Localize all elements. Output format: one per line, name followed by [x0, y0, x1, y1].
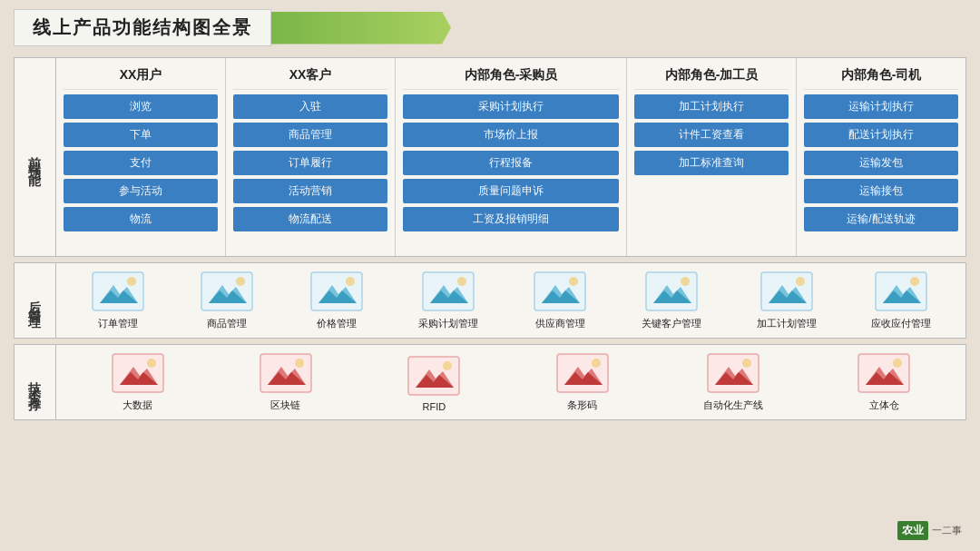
backend-item-product: 商品管理 [200, 271, 254, 330]
backend-section: 订单管理 商品管理 [55, 262, 966, 339]
mountain-icon-automation [706, 352, 760, 396]
svg-rect-24 [761, 272, 812, 310]
mountain-icon-rfid [407, 355, 461, 398]
role-internal-worker: 内部角色-加工员 加工计划执行 计件工资查看 加工标准查询 [627, 58, 797, 256]
feature-trip-prepare[interactable]: 行程报备 [403, 151, 619, 175]
svg-point-39 [295, 359, 304, 368]
svg-rect-12 [423, 272, 474, 310]
mountain-icon-price [309, 271, 364, 314]
backend-item-order: 订单管理 [91, 271, 145, 330]
backend-label-order: 订单管理 [98, 317, 138, 330]
feature-product-mgmt[interactable]: 商品管理 [233, 123, 387, 147]
svg-rect-40 [408, 357, 459, 395]
feature-browse[interactable]: 浏览 [64, 94, 218, 119]
feature-price-report[interactable]: 市场价上报 [403, 123, 619, 147]
svg-point-51 [742, 359, 751, 368]
feature-settle[interactable]: 入驻 [233, 94, 387, 119]
tech-label-bigdata: 大数据 [122, 398, 152, 412]
tech-label-rfid: RFID [422, 401, 446, 412]
backend-item-process-plan: 加工计划管理 [757, 271, 817, 330]
role-xx-customer-title: XX客户 [233, 64, 387, 90]
tech-label-blockchain: 区块链 [270, 398, 300, 412]
backend-icons-row: 订单管理 商品管理 [65, 271, 956, 330]
feature-transport-out[interactable]: 运输发包 [804, 151, 958, 175]
tech-label-automation: 自动化生产线 [703, 398, 763, 412]
svg-rect-4 [201, 272, 252, 310]
feature-delivery-exec[interactable]: 配送计划执行 [804, 123, 958, 147]
watermark-icon: 农业 [897, 521, 928, 540]
frontend-label: 前端功能 [14, 57, 55, 257]
feature-track[interactable]: 运输/配送轨迹 [804, 207, 958, 231]
feature-order[interactable]: 下单 [64, 123, 218, 147]
backend-label-key-customer: 关键客户管理 [642, 317, 701, 330]
svg-point-43 [443, 361, 452, 370]
svg-point-31 [910, 277, 919, 286]
tech-item-barcode: 条形码 [555, 352, 610, 412]
tech-item-automation: 自动化生产线 [703, 352, 763, 412]
backend-item-supplier: 供应商管理 [533, 271, 587, 330]
svg-rect-8 [311, 272, 362, 310]
watermark-text: 一二事 [932, 524, 962, 537]
svg-rect-36 [260, 354, 311, 392]
watermark: 农业 一二事 [897, 521, 962, 540]
role-internal-driver-title: 内部角色-司机 [804, 64, 958, 90]
backend-label-purchase: 采购计划管理 [418, 317, 478, 330]
backend-item-price: 价格管理 [309, 271, 364, 330]
svg-point-7 [236, 277, 245, 286]
svg-rect-48 [708, 354, 759, 392]
feature-marketing[interactable]: 活动营销 [233, 179, 387, 203]
mountain-icon-process-plan [760, 271, 814, 314]
svg-rect-0 [93, 272, 143, 310]
backend-item-receivable: 应收应付管理 [871, 271, 931, 330]
mountain-icon-bigdata [111, 352, 165, 396]
feature-delivery[interactable]: 物流配送 [233, 207, 387, 231]
svg-rect-32 [113, 354, 163, 392]
svg-point-23 [681, 277, 690, 286]
mountain-icon-barcode [555, 352, 610, 396]
tech-section: 大数据 区块链 [55, 344, 966, 420]
svg-point-11 [346, 277, 355, 286]
svg-point-55 [893, 359, 902, 368]
feature-salary-detail[interactable]: 工资及报销明细 [403, 207, 619, 231]
feature-logistics[interactable]: 物流 [64, 207, 218, 231]
feature-standard-query[interactable]: 加工标准查询 [634, 151, 789, 175]
backend-item-purchase: 采购计划管理 [418, 271, 478, 330]
title-bar: 线上产品功能结构图全景 [14, 9, 966, 46]
role-internal-buyer-title: 内部角色-采购员 [403, 64, 619, 90]
svg-rect-44 [557, 354, 608, 392]
svg-point-15 [457, 277, 466, 286]
svg-rect-16 [534, 272, 585, 310]
backend-label-product: 商品管理 [207, 317, 247, 330]
tech-label: 技术支撑 [14, 344, 55, 420]
mountain-icon-receivable [874, 271, 928, 314]
feature-transport-in[interactable]: 运输接包 [804, 179, 958, 203]
mountain-icon-order [91, 271, 145, 314]
svg-point-3 [127, 277, 136, 286]
backend-label-supplier: 供应商管理 [535, 317, 585, 330]
feature-transport-exec[interactable]: 运输计划执行 [804, 94, 958, 119]
svg-point-27 [796, 277, 805, 286]
tech-icons-row: 大数据 区块链 [65, 352, 956, 412]
backend-label-receivable: 应收应付管理 [871, 317, 931, 330]
feature-order-fulfill[interactable]: 订单履行 [233, 151, 387, 175]
feature-pay[interactable]: 支付 [64, 151, 218, 175]
backend-label-price: 价格管理 [317, 317, 357, 330]
svg-rect-28 [876, 272, 926, 310]
svg-point-19 [569, 277, 578, 286]
feature-wage-view[interactable]: 计件工资查看 [634, 123, 789, 147]
role-internal-driver: 内部角色-司机 运输计划执行 配送计划执行 运输发包 运输接包 运输/配送轨迹 [797, 58, 965, 256]
feature-quality-complaint[interactable]: 质量问题申诉 [403, 179, 619, 203]
svg-point-35 [147, 359, 156, 368]
feature-activity[interactable]: 参与活动 [64, 179, 218, 203]
svg-point-47 [592, 359, 601, 368]
feature-process-exec[interactable]: 加工计划执行 [634, 94, 789, 119]
tech-item-blockchain: 区块链 [259, 352, 313, 412]
svg-rect-20 [646, 272, 697, 310]
feature-purchase-exec[interactable]: 采购计划执行 [403, 94, 619, 119]
main-container: 线上产品功能结构图全景 前端功能 XX用户 浏览 下单 支付 参与活动 物流 X… [0, 0, 980, 551]
mountain-icon-key-customer [644, 271, 699, 314]
tech-item-rfid: RFID [407, 355, 461, 412]
page-title: 线上产品功能结构图全景 [14, 9, 271, 46]
backend-label: 后台管理 [14, 262, 55, 339]
mountain-icon-blockchain [259, 352, 313, 396]
